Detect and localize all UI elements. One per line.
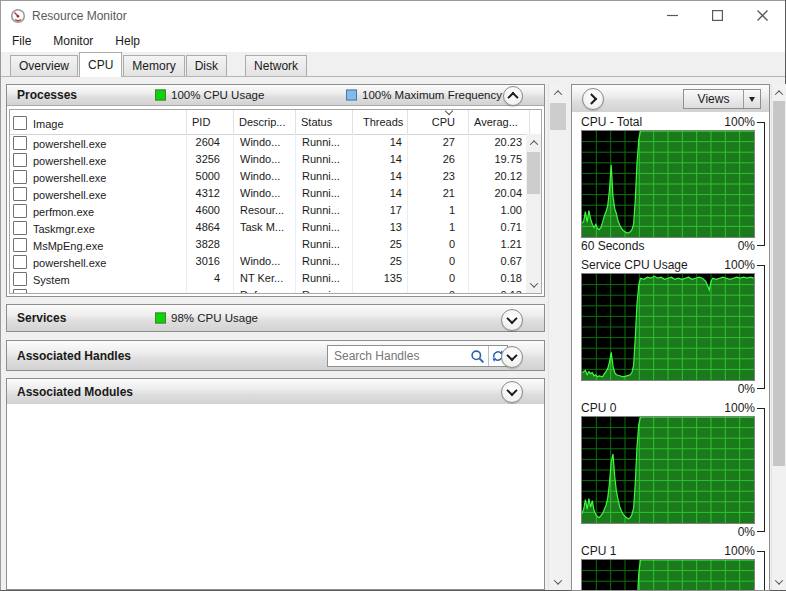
image-name: powershell.exe [33, 189, 106, 201]
cell-cpu: 0 [408, 270, 469, 287]
row-checkbox[interactable] [13, 170, 27, 184]
graph-block-service-cpu-usage: Service CPU Usage100%0% [581, 257, 769, 397]
row-checkbox[interactable] [13, 187, 27, 201]
column-header-image[interactable]: Image [10, 110, 187, 134]
cell-image: powershell.exe [10, 134, 187, 151]
table-row[interactable]: System InterruptsDefer...Runni...00.13 [10, 287, 530, 294]
cpu-usage-graph [581, 273, 755, 381]
services-expand-button[interactable] [501, 309, 523, 331]
table-row[interactable]: Taskmgr.exe4864Task M...Runni...1310.71 [10, 219, 530, 236]
scroll-up-icon[interactable] [549, 84, 567, 101]
graph-title: Service CPU Usage [581, 257, 688, 273]
graph-max-label: 100% [724, 114, 755, 130]
scroll-up-icon[interactable] [772, 84, 786, 101]
table-row[interactable]: powershell.exe3256Windo...Runni...142619… [10, 151, 530, 168]
cell-cpu: 0 [408, 253, 469, 270]
services-section: Services 98% CPU Usage [6, 304, 545, 332]
scrollbar-thumb[interactable] [773, 101, 785, 466]
close-button[interactable] [740, 1, 785, 30]
cell-desc: Resour... [234, 202, 296, 219]
scroll-up-icon[interactable] [526, 134, 541, 151]
column-header-label: CPU [432, 116, 455, 128]
views-button[interactable]: Views [683, 89, 761, 109]
table-row[interactable]: System4NT Ker...Runni...13500.18 [10, 270, 530, 287]
graph-min-label: 0% [738, 524, 755, 540]
minimize-button[interactable] [650, 1, 695, 30]
row-checkbox[interactable] [13, 204, 27, 218]
image-name: powershell.exe [33, 138, 106, 150]
column-header-label: Averag... [474, 116, 518, 128]
sort-descending-icon [445, 109, 453, 115]
tab-disk[interactable]: Disk [186, 55, 227, 76]
column-header-cpu[interactable]: CPU [408, 110, 469, 134]
views-button-label: Views [684, 90, 743, 108]
menu-item-help[interactable]: Help [104, 30, 151, 52]
cell-threads: 25 [353, 236, 408, 253]
right-scrollbar[interactable] [771, 84, 786, 590]
main-scrollbar[interactable] [548, 84, 567, 590]
graph-max-label: 100% [724, 257, 755, 273]
row-checkbox[interactable] [13, 238, 27, 252]
cell-status: Runni... [296, 185, 353, 202]
cell-pid: 4600 [187, 202, 234, 219]
cell-pid: 4312 [187, 185, 234, 202]
tab-cpu[interactable]: CPU [79, 52, 122, 77]
processes-collapse-button[interactable] [503, 86, 523, 106]
row-checkbox[interactable] [13, 153, 27, 167]
cell-image: Taskmgr.exe [10, 219, 187, 236]
table-row[interactable]: powershell.exe5000Windo...Runni...142320… [10, 168, 530, 185]
cell-image: System Interrupts [10, 287, 187, 294]
menu-bar: FileMonitorHelp [1, 30, 785, 53]
column-header-label: Threads [363, 116, 403, 128]
tab-memory[interactable]: Memory [123, 55, 184, 76]
cell-desc: Task M... [234, 219, 296, 236]
column-header-descrip[interactable]: Descrip... [234, 110, 296, 134]
panel-collapse-button[interactable] [582, 88, 604, 110]
cell-threads: 17 [353, 202, 408, 219]
modules-expand-button[interactable] [501, 381, 523, 403]
tab-overview[interactable]: Overview [10, 55, 78, 76]
views-dropdown-arrow[interactable] [743, 90, 760, 108]
table-row[interactable]: powershell.exe2604Windo...Runni...142720… [10, 134, 530, 151]
menu-item-file[interactable]: File [1, 30, 42, 52]
row-checkbox[interactable] [13, 255, 27, 269]
cell-desc: Windo... [234, 151, 296, 168]
window-title: Resource Monitor [32, 9, 127, 23]
scrollbar-thumb[interactable] [550, 103, 566, 130]
graph-block-cpu-1: CPU 1100%0% [581, 543, 769, 590]
graph-title: CPU 1 [581, 543, 616, 559]
column-header-threads[interactable]: Threads [353, 110, 408, 134]
processes-table-header: ImagePIDDescrip...StatusThreadsCPUAverag… [10, 110, 530, 135]
handles-search-box [327, 345, 508, 367]
scroll-down-icon[interactable] [526, 276, 541, 293]
cell-pid: 3828 [187, 236, 234, 253]
tab-network[interactable]: Network [245, 55, 307, 76]
row-checkbox[interactable] [13, 289, 27, 294]
row-checkbox[interactable] [13, 221, 27, 235]
header-checkbox[interactable] [13, 116, 27, 130]
scroll-down-icon[interactable] [549, 573, 567, 590]
row-checkbox[interactable] [13, 272, 27, 286]
scrollbar-thumb[interactable] [527, 152, 540, 194]
column-header-averag[interactable]: Averag... [469, 110, 530, 134]
cell-pid: 2604 [187, 134, 234, 151]
scroll-down-icon[interactable] [772, 573, 786, 590]
graph-label-row: CPU 0100% [581, 400, 755, 416]
column-header-status[interactable]: Status [296, 110, 353, 134]
table-row[interactable]: powershell.exe3016Windo...Runni...2500.6… [10, 253, 530, 270]
handles-section: Associated Handles [6, 340, 545, 371]
search-icon[interactable] [466, 346, 488, 366]
column-header-pid[interactable]: PID [187, 110, 234, 134]
table-row[interactable]: perfmon.exe4600Resour...Runni...1711.00 [10, 202, 530, 219]
max-frequency-label: 100% Maximum Frequency [362, 89, 502, 101]
cell-image: MsMpEng.exe [10, 236, 187, 253]
row-checkbox[interactable] [13, 136, 27, 150]
table-row[interactable]: MsMpEng.exe3828Runni...2501.21 [10, 236, 530, 253]
cell-desc: Defer... [234, 287, 296, 294]
search-handles-input[interactable] [328, 349, 466, 363]
table-row[interactable]: powershell.exe4312Windo...Runni...142120… [10, 185, 530, 202]
handles-expand-button[interactable] [501, 346, 523, 368]
processes-table-scrollbar[interactable] [526, 134, 541, 293]
maximize-button[interactable] [695, 1, 740, 30]
menu-item-monitor[interactable]: Monitor [42, 30, 104, 52]
